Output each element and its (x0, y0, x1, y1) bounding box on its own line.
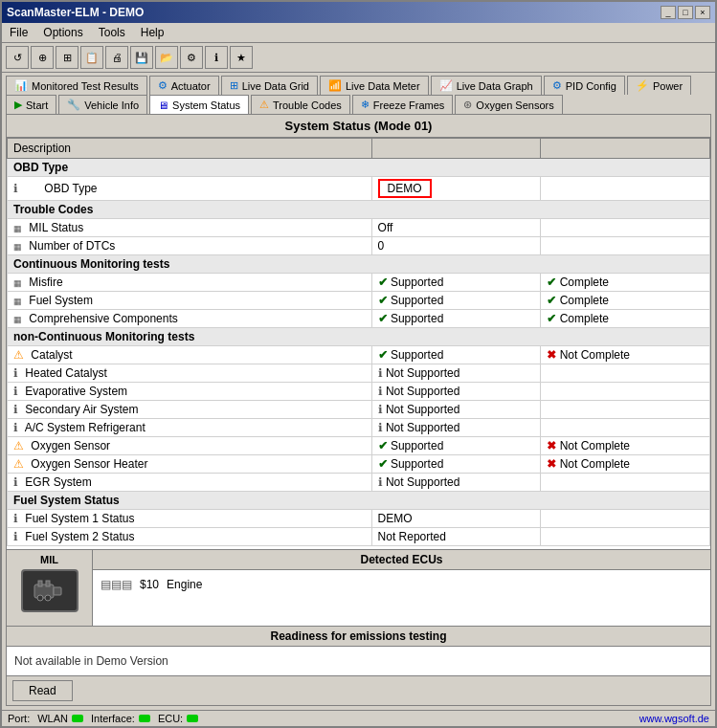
oxygen-icon: ⊛ (463, 99, 472, 111)
toolbar-btn-6[interactable]: 💾 (130, 46, 153, 69)
info-icon: ℹ (13, 421, 18, 434)
grid-icon: ▦ (13, 224, 22, 233)
interface-label: Interface: (91, 713, 135, 724)
table-row: ▦ Fuel System ✔ Supported ✔ Complete (8, 292, 710, 310)
tab-actuator[interactable]: ⚙ Actuator (149, 76, 219, 95)
comp-components-supported: Supported (391, 312, 443, 325)
tab-live-data-graph[interactable]: 📈 Live Data Graph (431, 76, 542, 95)
info-icon: ℹ (13, 530, 18, 543)
section-trouble-codes: Trouble Codes (8, 201, 710, 219)
close-button[interactable]: × (695, 6, 710, 19)
egr-supported: Not Supported (386, 475, 459, 489)
toolbar-btn-8[interactable]: ⚙ (180, 46, 203, 69)
tabs-row1: 📊 Monitored Test Results ⚙ Actuator ⊞ Li… (2, 73, 715, 95)
actuator-icon: ⚙ (158, 79, 168, 92)
toolbar-btn-2[interactable]: ⊕ (31, 46, 54, 69)
menu-help[interactable]: Help (137, 25, 168, 40)
port-label: Port: (8, 713, 30, 724)
warning-icon: ⚠ (13, 348, 24, 362)
engine-icon (33, 577, 67, 606)
menu-file[interactable]: File (6, 25, 32, 40)
info-icon: ℹ (13, 512, 18, 525)
demo-badge: DEMO (378, 179, 432, 198)
ac-refrigerant-supported: Not Supported (386, 421, 459, 434)
toolbar-btn-5[interactable]: 🖨 (105, 46, 128, 69)
svg-point-4 (37, 595, 43, 601)
evap-system-supported: Not Supported (386, 385, 459, 398)
toolbar-btn-3[interactable]: ⊞ (56, 46, 78, 69)
table-row: ℹ EGR System ℹ Not Supported (8, 474, 710, 492)
toolbar-btn-10[interactable]: ★ (230, 46, 253, 69)
table-row: ⚠ Oxygen Sensor ✔ Supported ✖ Not Comple… (8, 437, 710, 455)
toolbar-btn-4[interactable]: 📋 (80, 46, 103, 69)
wlan-indicator: WLAN (37, 713, 83, 724)
minimize-button[interactable]: _ (661, 6, 676, 19)
tab-vehicle-info[interactable]: 🔧 Vehicle Info (58, 95, 147, 114)
table-row: ℹ Fuel System 1 Status DEMO (8, 510, 710, 528)
warning-icon: ⚠ (13, 457, 24, 471)
svg-rect-2 (38, 581, 42, 586)
menu-tools[interactable]: Tools (95, 25, 129, 40)
comp-components-complete: Complete (560, 312, 609, 325)
grid-icon: ▦ (13, 242, 22, 252)
tab-pid-config[interactable]: ⚙ PID Config (544, 76, 625, 95)
table-row: ⚠ Oxygen Sensor Heater ✔ Supported ✖ Not… (8, 455, 710, 474)
freeze-icon: ❄ (361, 99, 370, 111)
info-icon: ℹ (378, 403, 383, 416)
svg-rect-0 (34, 585, 54, 598)
power-icon: ⚡ (636, 79, 649, 92)
toolbar-btn-1[interactable]: ↺ (6, 46, 29, 69)
tab-start[interactable]: ▶ Start (6, 95, 56, 114)
tab-oxygen-sensors[interactable]: ⊛ Oxygen Sensors (455, 95, 562, 114)
tabs-row2: ▶ Start 🔧 Vehicle Info 🖥 System Status ⚠… (2, 95, 715, 114)
maximize-button[interactable]: □ (678, 6, 693, 19)
monitored-icon: 📊 (14, 79, 28, 92)
secondary-air-supported: Not Supported (386, 403, 459, 416)
tab-live-data-meter[interactable]: 📶 Live Data Meter (320, 76, 429, 95)
bottom-panel: MIL Detected ECUs ▤▤▤ $10 (7, 549, 710, 626)
tab-system-status[interactable]: 🖥 System Status (149, 95, 249, 114)
tab-power[interactable]: ⚡ Power (627, 76, 691, 95)
table-row: ⚠ Catalyst ✔ Supported ✖ Not Complete (8, 346, 710, 364)
menu-options[interactable]: Options (39, 25, 86, 40)
info-icon: ℹ (13, 385, 18, 398)
svg-point-5 (45, 595, 51, 601)
catalyst-label: Catalyst (31, 348, 72, 362)
catalyst-complete: Not Complete (560, 348, 630, 362)
window-controls: _ □ × (661, 6, 710, 19)
check-green-icon: ✔ (378, 294, 388, 307)
section-fuel-system-status: Fuel System Status (8, 492, 710, 510)
misfire-supported: Supported (391, 276, 443, 289)
heated-catalyst-label: Heated Catalyst (25, 366, 106, 380)
tab-trouble-codes[interactable]: ⚠ Trouble Codes (251, 95, 350, 114)
svg-rect-1 (54, 587, 61, 595)
grid-icon: ▦ (13, 278, 22, 288)
read-button[interactable]: Read (12, 680, 73, 701)
check-green-icon: ✔ (547, 312, 556, 325)
interface-indicator: Interface: (91, 713, 150, 724)
info-icon: ℹ (378, 421, 383, 434)
grid-icon: ▦ (13, 297, 22, 306)
meter-icon: 📶 (328, 79, 342, 92)
tab-freeze-frames[interactable]: ❄ Freeze Frames (352, 95, 454, 114)
ecu-indicator: ECU: (158, 713, 198, 724)
status-bar: Port: WLAN Interface: ECU: www.wgsoft.de (2, 710, 715, 726)
menu-bar: File Options Tools Help (2, 23, 715, 43)
tab-monitored-test-results[interactable]: 📊 Monitored Test Results (6, 76, 147, 95)
tab-live-data-grid[interactable]: ⊞ Live Data Grid (221, 76, 318, 95)
website-link[interactable]: www.wgsoft.de (639, 713, 709, 724)
check-green-icon: ✔ (378, 457, 388, 471)
check-green-icon: ✔ (378, 348, 388, 362)
table-row: ℹ Fuel System 2 Status Not Reported (8, 528, 710, 546)
warning-icon: ⚠ (13, 439, 24, 452)
oxygen-sensor-heater-label: Oxygen Sensor Heater (31, 457, 147, 471)
toolbar-btn-9[interactable]: ℹ (205, 46, 228, 69)
status-left: Port: WLAN Interface: ECU: (8, 713, 198, 724)
toolbar-btn-7[interactable]: 📂 (155, 46, 178, 69)
oxygen-sensor-supported: Supported (391, 439, 443, 452)
fuel-system2-value: Not Reported (371, 528, 541, 546)
read-button-area: Read (7, 675, 710, 705)
info-icon: ℹ (378, 385, 383, 398)
obd-type-label: OBD Type (25, 182, 97, 195)
obd-type-value: DEMO (371, 177, 541, 201)
